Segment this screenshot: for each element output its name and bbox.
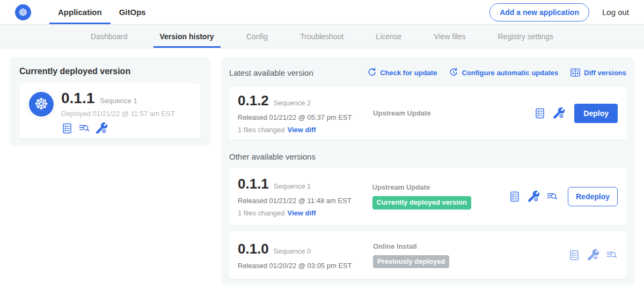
version-card-0-1-1: 0.1.1 Sequence 1 Released 01/21/22 @ 11:… (229, 168, 626, 225)
panel-actions: Check for update Configure automatic upd… (367, 67, 626, 78)
preflight-checklist-icon[interactable] (568, 249, 580, 261)
tab-gitops[interactable]: GitOps (111, 0, 155, 24)
subnav-item-version-history[interactable]: Version history (158, 25, 216, 48)
sequence-label: Sequence 2 (274, 99, 311, 107)
version-number: 0.1.0 (238, 241, 269, 257)
deployed-version-info: 0.1.1 Sequence 1 Deployed 01/21/22 @ 11:… (61, 90, 175, 132)
kubernetes-logo-icon: ☸ (15, 4, 31, 20)
header-right: Add a new application Log out (489, 3, 644, 21)
sequence-label: Sequence 1 (100, 97, 137, 105)
version-number: 0.1.2 (238, 92, 269, 109)
subnav-label: Troubleshoot (300, 32, 343, 41)
files-changed-label: 1 files changed (238, 209, 284, 217)
refresh-icon (367, 68, 377, 77)
kubernetes-wheel-glyph: ☸ (18, 7, 28, 18)
subnav-label: License (376, 32, 401, 41)
currently-deployed-card: Currently deployed version ☸ 0.1.1 Seque… (10, 57, 210, 146)
deploy-button[interactable]: Deploy (574, 104, 618, 123)
deploy-logs-icon[interactable] (546, 191, 558, 203)
diff-versions-link[interactable]: Diff versions (570, 67, 626, 78)
deployed-timestamp: Deployed 01/21/22 @ 11:57 am EST (61, 110, 175, 118)
auto-update-clock-icon (449, 68, 458, 77)
latest-version-header: Latest available version Check for updat… (229, 66, 626, 80)
version-line: 0.1.1 Sequence 1 (238, 176, 372, 192)
subnav-label: Dashboard (91, 32, 128, 41)
tab-gitops-label: GitOps (119, 8, 146, 17)
diff-versions-icon (570, 67, 581, 78)
sequence-label: Sequence 0 (274, 247, 311, 255)
version-number: 0.1.1 (238, 176, 269, 192)
released-timestamp: Released 01/21/22 @ 11:48 am EST (238, 197, 372, 205)
version-source: Online Install Previously deployed (373, 242, 510, 268)
previously-deployed-badge: Previously deployed (373, 255, 449, 268)
files-changed-line: 1 files changedView diff (238, 209, 372, 217)
deployed-version-tile: ☸ 0.1.1 Sequence 1 Deployed 01/21/22 @ 1… (19, 83, 201, 139)
currently-deployed-title: Currently deployed version (19, 67, 201, 76)
version-source: Upstream Update Currently deployed versi… (372, 183, 509, 209)
version-info: 0.1.2 Sequence 2 Released 01/21/22 @ 05:… (238, 92, 373, 134)
released-timestamp: Released 01/21/22 @ 05:37 pm EST (238, 113, 373, 121)
redeploy-button[interactable]: Redeploy (568, 187, 618, 206)
subnav-item-license[interactable]: License (374, 25, 404, 48)
logout-link[interactable]: Log out (602, 8, 629, 17)
currently-deployed-badge: Currently deployed version (372, 196, 471, 209)
sequence-label: Sequence 1 (274, 182, 311, 190)
preflight-checklist-icon[interactable] (509, 191, 521, 203)
subnav-item-view-files[interactable]: View files (432, 25, 468, 48)
version-line: 0.1.1 Sequence 1 (61, 90, 175, 107)
preflight-checklist-icon[interactable] (61, 122, 73, 134)
view-diff-link[interactable]: View diff (287, 209, 316, 217)
configure-automatic-updates-link[interactable]: Configure automatic updates (449, 68, 558, 77)
deployed-version-actions (61, 122, 175, 134)
tab-application-label: Application (58, 8, 102, 17)
subnav-label: Config (246, 32, 268, 41)
source-label: Upstream Update (373, 109, 510, 117)
view-config-icon[interactable] (587, 249, 599, 261)
released-timestamp: Released 01/20/22 @ 03:05 pm EST (238, 262, 373, 270)
app-logo-icon: ☸ (29, 92, 54, 117)
version-source: Upstream Update (373, 109, 510, 117)
source-label: Online Install (373, 242, 510, 250)
version-actions: Redeploy (509, 187, 618, 206)
deploy-logs-icon[interactable] (606, 249, 618, 261)
files-changed-line: 1 files changedView diff (238, 126, 373, 134)
subnav-label: Registry settings (498, 32, 553, 41)
version-info: 0.1.0 Sequence 0 Released 01/20/22 @ 03:… (238, 241, 373, 270)
other-versions-heading: Other available versions (229, 152, 626, 161)
version-card-0-1-2: 0.1.2 Sequence 2 Released 01/21/22 @ 05:… (229, 86, 626, 140)
tab-application[interactable]: Application (49, 0, 111, 24)
subnav-item-registry-settings[interactable]: Registry settings (496, 25, 555, 48)
version-line: 0.1.0 Sequence 0 (238, 241, 373, 257)
version-line: 0.1.2 Sequence 2 (238, 92, 373, 109)
view-diff-link[interactable]: View diff (287, 126, 316, 134)
subnav-item-config[interactable]: Config (244, 25, 270, 48)
edit-config-icon[interactable] (528, 191, 539, 203)
source-label: Upstream Update (372, 183, 509, 191)
app-header: ☸ Application GitOps Add a new applicati… (0, 0, 644, 25)
deploy-logs-icon[interactable] (78, 122, 90, 134)
diff-versions-label: Diff versions (584, 69, 626, 77)
subnav-item-troubleshoot[interactable]: Troubleshoot (298, 25, 346, 48)
preflight-checklist-icon[interactable] (534, 107, 546, 119)
subnav-label: Version history (160, 32, 214, 41)
version-actions (568, 249, 618, 261)
check-for-update-link[interactable]: Check for update (367, 68, 437, 77)
header-tabs: Application GitOps (49, 0, 155, 24)
version-actions: Deploy (534, 104, 618, 123)
subnav-item-dashboard[interactable]: Dashboard (89, 25, 130, 48)
kubernetes-wheel-glyph: ☸ (34, 96, 49, 112)
subnav-label: View files (434, 32, 466, 41)
check-for-update-label: Check for update (380, 69, 437, 77)
latest-version-heading: Latest available version (229, 68, 313, 77)
edit-config-icon[interactable] (553, 107, 565, 119)
files-changed-label: 1 files changed (238, 126, 284, 134)
configure-automatic-updates-label: Configure automatic updates (462, 69, 558, 77)
edit-config-icon[interactable] (96, 122, 107, 134)
version-history-panel: Latest available version Check for updat… (221, 57, 634, 285)
version-info: 0.1.1 Sequence 1 Released 01/21/22 @ 11:… (238, 176, 372, 217)
version-card-0-1-0: 0.1.0 Sequence 0 Released 01/20/22 @ 03:… (229, 232, 626, 279)
add-application-button[interactable]: Add a new application (489, 3, 589, 21)
version-number: 0.1.1 (61, 90, 94, 107)
app-subnav: Dashboard Version history Config Trouble… (0, 25, 644, 48)
